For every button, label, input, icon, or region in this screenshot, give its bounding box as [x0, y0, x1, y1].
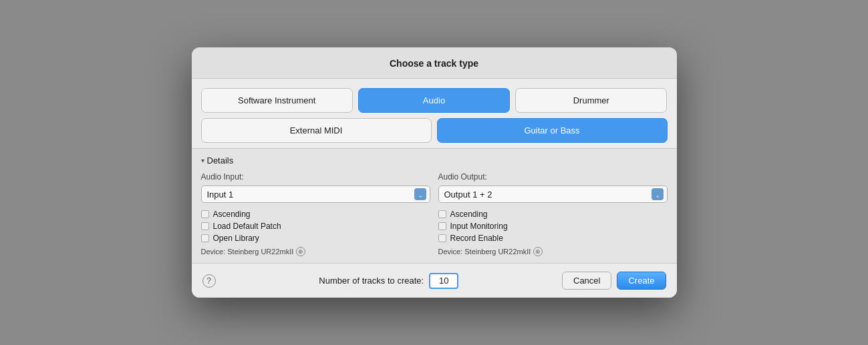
checkbox-row-input-monitoring: Input Monitoring — [438, 222, 668, 231]
help-button[interactable]: ? — [202, 274, 216, 288]
track-type-software-instrument[interactable]: Software Instrument — [201, 88, 353, 113]
audio-input-device-label: Device: Steinberg UR22mkII ⊕ — [201, 247, 430, 256]
checkbox-row-load-default-patch: Load Default Patch — [201, 222, 430, 231]
dialog: Choose a track type Software Instrument … — [192, 47, 677, 298]
tracks-count-input[interactable] — [429, 273, 458, 289]
audio-output-device-label: Device: Steinberg UR22mkII ⊕ — [438, 247, 668, 256]
audio-input-column: Audio Input: Input 1 Ascending Load Defa… — [201, 172, 430, 256]
load-default-patch-label: Load Default Patch — [213, 222, 281, 231]
audio-output-device-info-button[interactable]: ⊕ — [533, 247, 543, 256]
input-monitoring-checkbox[interactable] — [438, 222, 446, 230]
dialog-footer: ? Number of tracks to create: Cancel Cre… — [192, 263, 677, 298]
details-chevron-icon: ▾ — [201, 157, 204, 164]
audio-output-label: Audio Output: — [438, 172, 668, 182]
details-columns: Audio Input: Input 1 Ascending Load Defa… — [201, 172, 668, 256]
cancel-button[interactable]: Cancel — [562, 272, 611, 290]
checkbox-row-record-enable: Record Enable — [438, 234, 668, 243]
dialog-title-bar: Choose a track type — [192, 47, 677, 79]
track-type-drummer[interactable]: Drummer — [515, 88, 667, 113]
track-type-row2: External MIDI Guitar or Bass — [192, 118, 677, 148]
audio-output-select[interactable]: Output 1 + 2 — [438, 186, 668, 203]
footer-right: Cancel Create — [562, 272, 666, 290]
ascending-input-checkbox[interactable] — [201, 210, 209, 218]
audio-input-label: Audio Input: — [201, 172, 430, 182]
audio-input-select[interactable]: Input 1 — [201, 186, 430, 203]
create-button[interactable]: Create — [617, 272, 666, 290]
track-type-audio[interactable]: Audio — [358, 88, 510, 113]
dialog-title: Choose a track type — [205, 58, 664, 69]
details-header[interactable]: ▾ Details — [201, 155, 668, 165]
ascending-output-label: Ascending — [450, 210, 488, 219]
track-type-external-midi[interactable]: External MIDI — [201, 118, 432, 143]
load-default-patch-checkbox[interactable] — [201, 222, 209, 230]
tracks-label: Number of tracks to create: — [319, 276, 424, 286]
ascending-output-checkbox[interactable] — [438, 210, 446, 218]
audio-input-select-wrapper: Input 1 — [201, 186, 430, 203]
details-body: Audio Input: Input 1 Ascending Load Defa… — [201, 172, 668, 256]
footer-center: Number of tracks to create: — [216, 273, 563, 289]
audio-input-device-info-button[interactable]: ⊕ — [296, 247, 305, 256]
checkbox-row-ascending-output: Ascending — [438, 210, 668, 219]
track-type-row1: Software Instrument Audio Drummer — [192, 79, 677, 118]
input-monitoring-label: Input Monitoring — [450, 222, 508, 231]
checkbox-row-open-library: Open Library — [201, 234, 430, 243]
open-library-checkbox[interactable] — [201, 234, 209, 242]
audio-output-select-wrapper: Output 1 + 2 — [438, 186, 668, 203]
footer-left: ? — [202, 274, 216, 288]
details-section: ▾ Details Audio Input: Input 1 Ascen — [192, 148, 677, 263]
audio-output-column: Audio Output: Output 1 + 2 Ascending Inp… — [438, 172, 668, 256]
ascending-input-label: Ascending — [213, 210, 251, 219]
record-enable-label: Record Enable — [450, 234, 503, 243]
open-library-label: Open Library — [213, 234, 259, 243]
details-label: Details — [207, 155, 234, 165]
checkbox-row-ascending-input: Ascending — [201, 210, 430, 219]
track-type-guitar-or-bass[interactable]: Guitar or Bass — [437, 118, 668, 143]
record-enable-checkbox[interactable] — [438, 234, 446, 242]
